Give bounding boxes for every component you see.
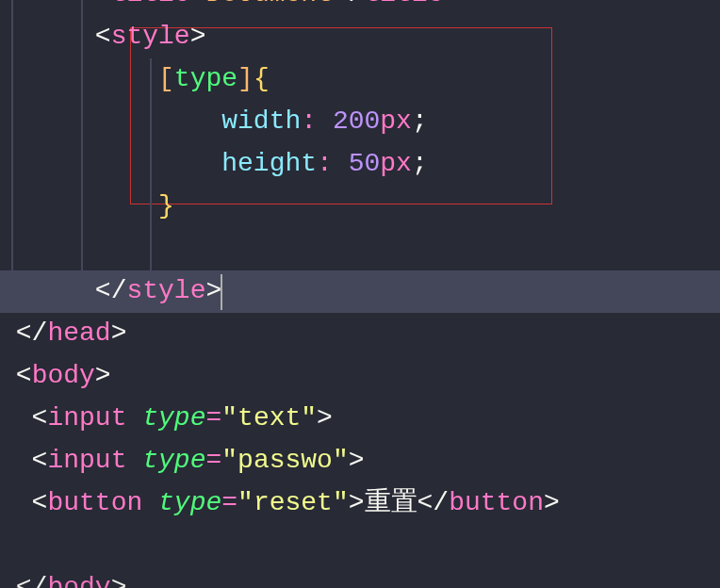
code-line: <title>Document</title>	[0, 0, 720, 16]
code-line: }	[0, 186, 720, 228]
text-cursor	[221, 274, 222, 310]
code-line: <style>	[0, 16, 720, 58]
code-line-current: </style>	[0, 270, 720, 313]
code-line: </head>	[0, 313, 720, 355]
code-line: <input type="text">	[0, 398, 720, 440]
code-line	[0, 228, 720, 270]
code-line: <button type="reset">重置</button>	[0, 482, 720, 525]
code-line: height: 50px;	[0, 143, 720, 186]
code-line: width: 200px;	[0, 101, 720, 143]
code-line: [type]{	[0, 58, 720, 101]
code-editor[interactable]: <title>Document</title> <style> [type]{ …	[0, 0, 720, 588]
code-line	[0, 525, 720, 567]
code-line: </body>	[0, 567, 720, 588]
code-line: <body>	[0, 355, 720, 398]
code-line: <input type="passwo">	[0, 440, 720, 482]
